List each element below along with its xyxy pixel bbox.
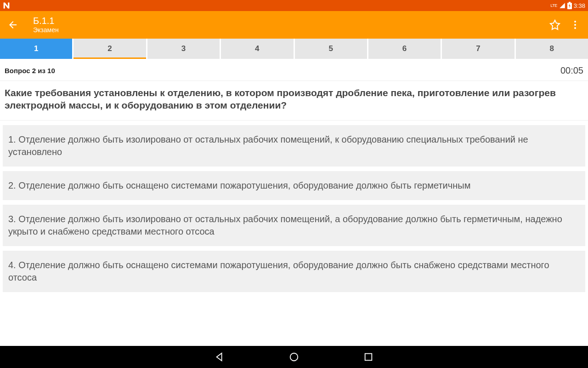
svg-rect-6 — [365, 354, 372, 361]
back-button[interactable] — [7, 19, 18, 30]
nav-back-button[interactable] — [215, 352, 225, 362]
answer-option-2[interactable]: 2. Отделение должно быть оснащено систем… — [3, 171, 585, 200]
tab-question-2[interactable]: 2 — [74, 39, 147, 59]
android-nav-bar — [0, 346, 588, 368]
answer-option-1[interactable]: 1. Отделение должно быть изолировано от … — [3, 125, 585, 167]
android-n-logo — [3, 2, 10, 9]
nav-recent-button[interactable] — [363, 352, 373, 362]
question-counter: Вопрос 2 из 10 — [5, 67, 55, 75]
svg-point-2 — [574, 21, 576, 23]
question-tabs: 12345678 — [0, 39, 588, 59]
tab-question-7[interactable]: 7 — [442, 39, 515, 59]
lte-indicator: LTE — [550, 3, 557, 8]
answer-option-3[interactable]: 3. Отделение должно быть изолировано от … — [3, 205, 585, 246]
tab-question-6[interactable]: 6 — [368, 39, 442, 59]
page-subtitle: Экзамен — [33, 26, 549, 34]
timer: 00:05 — [560, 65, 583, 76]
tab-question-3[interactable]: 3 — [147, 39, 221, 59]
status-bar: LTE 3:38 — [0, 0, 588, 11]
question-text: Какие требования установлены к отделению… — [0, 81, 588, 121]
signal-icon — [559, 2, 565, 9]
tab-question-8[interactable]: 8 — [516, 39, 588, 59]
svg-point-3 — [574, 24, 576, 26]
page-title: Б.1.1 — [33, 16, 549, 26]
svg-point-4 — [574, 27, 576, 29]
status-time: 3:38 — [574, 2, 585, 9]
tab-question-5[interactable]: 5 — [295, 39, 368, 59]
battery-charging-icon — [567, 2, 572, 9]
more-menu-button[interactable] — [570, 19, 581, 30]
svg-point-5 — [290, 353, 298, 361]
tab-question-1[interactable]: 1 — [0, 39, 74, 59]
tab-question-4[interactable]: 4 — [221, 39, 294, 59]
svg-rect-1 — [569, 2, 571, 3]
content-area: Вопрос 2 из 10 00:05 Какие требования ус… — [0, 59, 588, 346]
favorite-button[interactable] — [549, 19, 560, 30]
answer-option-4[interactable]: 4. Отделение должно быть оснащено систем… — [3, 251, 585, 292]
app-bar: Б.1.1 Экзамен — [0, 11, 588, 39]
nav-home-button[interactable] — [289, 352, 299, 362]
